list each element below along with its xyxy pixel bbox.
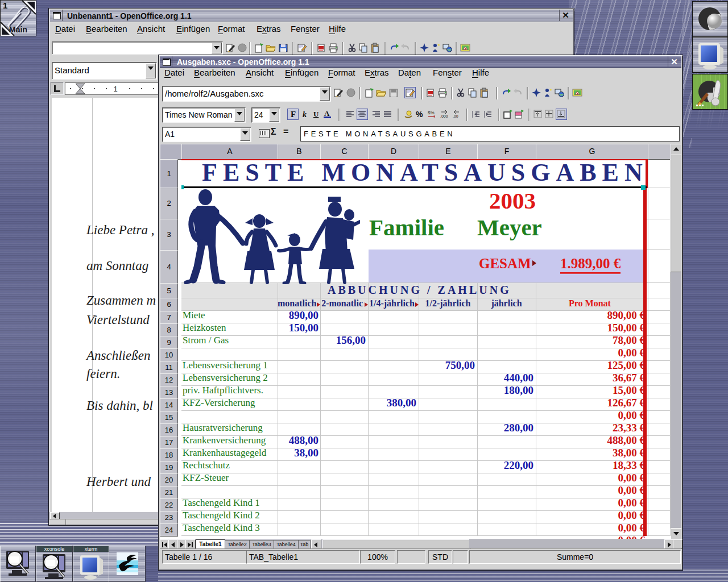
svg-text:1: 1	[113, 85, 117, 93]
svg-text:.000: .000	[440, 114, 448, 118]
svg-text:$%: $%	[428, 110, 435, 115]
svg-text:A: A	[324, 109, 330, 118]
svg-text:F: F	[291, 110, 296, 119]
svg-text:.00: .00	[453, 114, 458, 118]
svg-text:%: %	[416, 110, 423, 119]
svg-text:k: k	[303, 110, 307, 119]
svg-text:U: U	[313, 110, 319, 118]
